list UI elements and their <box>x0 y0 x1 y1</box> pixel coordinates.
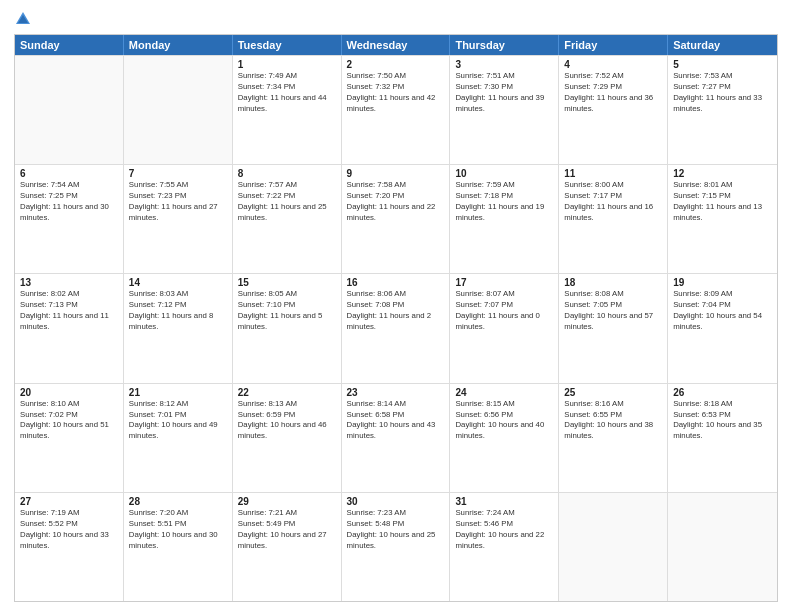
day-number: 12 <box>673 168 772 179</box>
day-number: 25 <box>564 387 662 398</box>
day-detail: Sunrise: 8:08 AM Sunset: 7:05 PM Dayligh… <box>564 289 662 333</box>
cal-cell: 10Sunrise: 7:59 AM Sunset: 7:18 PM Dayli… <box>450 165 559 273</box>
day-detail: Sunrise: 7:24 AM Sunset: 5:46 PM Dayligh… <box>455 508 553 552</box>
day-detail: Sunrise: 8:01 AM Sunset: 7:15 PM Dayligh… <box>673 180 772 224</box>
day-detail: Sunrise: 7:51 AM Sunset: 7:30 PM Dayligh… <box>455 71 553 115</box>
cal-cell: 15Sunrise: 8:05 AM Sunset: 7:10 PM Dayli… <box>233 274 342 382</box>
day-number: 19 <box>673 277 772 288</box>
cal-row-2: 13Sunrise: 8:02 AM Sunset: 7:13 PM Dayli… <box>15 273 777 382</box>
day-detail: Sunrise: 8:02 AM Sunset: 7:13 PM Dayligh… <box>20 289 118 333</box>
day-detail: Sunrise: 7:52 AM Sunset: 7:29 PM Dayligh… <box>564 71 662 115</box>
logo <box>14 10 34 28</box>
cal-cell: 6Sunrise: 7:54 AM Sunset: 7:25 PM Daylig… <box>15 165 124 273</box>
cal-cell: 19Sunrise: 8:09 AM Sunset: 7:04 PM Dayli… <box>668 274 777 382</box>
cal-cell: 17Sunrise: 8:07 AM Sunset: 7:07 PM Dayli… <box>450 274 559 382</box>
day-number: 20 <box>20 387 118 398</box>
day-detail: Sunrise: 7:53 AM Sunset: 7:27 PM Dayligh… <box>673 71 772 115</box>
cal-cell: 13Sunrise: 8:02 AM Sunset: 7:13 PM Dayli… <box>15 274 124 382</box>
day-number: 18 <box>564 277 662 288</box>
cal-row-1: 6Sunrise: 7:54 AM Sunset: 7:25 PM Daylig… <box>15 164 777 273</box>
cal-cell: 21Sunrise: 8:12 AM Sunset: 7:01 PM Dayli… <box>124 384 233 492</box>
day-detail: Sunrise: 8:06 AM Sunset: 7:08 PM Dayligh… <box>347 289 445 333</box>
day-number: 28 <box>129 496 227 507</box>
cal-cell: 22Sunrise: 8:13 AM Sunset: 6:59 PM Dayli… <box>233 384 342 492</box>
day-detail: Sunrise: 8:09 AM Sunset: 7:04 PM Dayligh… <box>673 289 772 333</box>
cal-cell: 16Sunrise: 8:06 AM Sunset: 7:08 PM Dayli… <box>342 274 451 382</box>
header-monday: Monday <box>124 35 233 55</box>
day-detail: Sunrise: 8:05 AM Sunset: 7:10 PM Dayligh… <box>238 289 336 333</box>
day-detail: Sunrise: 7:49 AM Sunset: 7:34 PM Dayligh… <box>238 71 336 115</box>
cal-cell <box>559 493 668 601</box>
header-tuesday: Tuesday <box>233 35 342 55</box>
cal-cell: 11Sunrise: 8:00 AM Sunset: 7:17 PM Dayli… <box>559 165 668 273</box>
header-thursday: Thursday <box>450 35 559 55</box>
day-number: 23 <box>347 387 445 398</box>
header-friday: Friday <box>559 35 668 55</box>
day-detail: Sunrise: 7:20 AM Sunset: 5:51 PM Dayligh… <box>129 508 227 552</box>
day-number: 26 <box>673 387 772 398</box>
cal-cell: 18Sunrise: 8:08 AM Sunset: 7:05 PM Dayli… <box>559 274 668 382</box>
cal-cell: 1Sunrise: 7:49 AM Sunset: 7:34 PM Daylig… <box>233 56 342 164</box>
cal-cell: 7Sunrise: 7:55 AM Sunset: 7:23 PM Daylig… <box>124 165 233 273</box>
header-sunday: Sunday <box>15 35 124 55</box>
day-number: 3 <box>455 59 553 70</box>
day-number: 21 <box>129 387 227 398</box>
day-number: 2 <box>347 59 445 70</box>
day-number: 8 <box>238 168 336 179</box>
day-number: 16 <box>347 277 445 288</box>
calendar-header-row: SundayMondayTuesdayWednesdayThursdayFrid… <box>15 35 777 55</box>
day-number: 14 <box>129 277 227 288</box>
cal-row-0: 1Sunrise: 7:49 AM Sunset: 7:34 PM Daylig… <box>15 55 777 164</box>
day-detail: Sunrise: 8:18 AM Sunset: 6:53 PM Dayligh… <box>673 399 772 443</box>
day-detail: Sunrise: 7:58 AM Sunset: 7:20 PM Dayligh… <box>347 180 445 224</box>
day-detail: Sunrise: 8:10 AM Sunset: 7:02 PM Dayligh… <box>20 399 118 443</box>
day-detail: Sunrise: 7:55 AM Sunset: 7:23 PM Dayligh… <box>129 180 227 224</box>
day-number: 10 <box>455 168 553 179</box>
day-detail: Sunrise: 8:14 AM Sunset: 6:58 PM Dayligh… <box>347 399 445 443</box>
day-detail: Sunrise: 8:03 AM Sunset: 7:12 PM Dayligh… <box>129 289 227 333</box>
cal-cell: 5Sunrise: 7:53 AM Sunset: 7:27 PM Daylig… <box>668 56 777 164</box>
day-number: 22 <box>238 387 336 398</box>
day-detail: Sunrise: 8:13 AM Sunset: 6:59 PM Dayligh… <box>238 399 336 443</box>
day-detail: Sunrise: 7:50 AM Sunset: 7:32 PM Dayligh… <box>347 71 445 115</box>
cal-cell <box>668 493 777 601</box>
day-number: 11 <box>564 168 662 179</box>
logo-icon <box>14 10 32 28</box>
day-number: 7 <box>129 168 227 179</box>
day-detail: Sunrise: 7:54 AM Sunset: 7:25 PM Dayligh… <box>20 180 118 224</box>
cal-cell: 23Sunrise: 8:14 AM Sunset: 6:58 PM Dayli… <box>342 384 451 492</box>
cal-cell: 3Sunrise: 7:51 AM Sunset: 7:30 PM Daylig… <box>450 56 559 164</box>
header-saturday: Saturday <box>668 35 777 55</box>
day-number: 31 <box>455 496 553 507</box>
day-detail: Sunrise: 8:12 AM Sunset: 7:01 PM Dayligh… <box>129 399 227 443</box>
cal-cell: 30Sunrise: 7:23 AM Sunset: 5:48 PM Dayli… <box>342 493 451 601</box>
cal-cell: 20Sunrise: 8:10 AM Sunset: 7:02 PM Dayli… <box>15 384 124 492</box>
day-detail: Sunrise: 7:19 AM Sunset: 5:52 PM Dayligh… <box>20 508 118 552</box>
cal-cell: 8Sunrise: 7:57 AM Sunset: 7:22 PM Daylig… <box>233 165 342 273</box>
cal-cell <box>124 56 233 164</box>
day-detail: Sunrise: 7:21 AM Sunset: 5:49 PM Dayligh… <box>238 508 336 552</box>
calendar: SundayMondayTuesdayWednesdayThursdayFrid… <box>14 34 778 602</box>
day-detail: Sunrise: 7:23 AM Sunset: 5:48 PM Dayligh… <box>347 508 445 552</box>
day-detail: Sunrise: 8:15 AM Sunset: 6:56 PM Dayligh… <box>455 399 553 443</box>
cal-cell: 29Sunrise: 7:21 AM Sunset: 5:49 PM Dayli… <box>233 493 342 601</box>
page: SundayMondayTuesdayWednesdayThursdayFrid… <box>0 0 792 612</box>
day-detail: Sunrise: 7:57 AM Sunset: 7:22 PM Dayligh… <box>238 180 336 224</box>
day-number: 29 <box>238 496 336 507</box>
cal-cell: 12Sunrise: 8:01 AM Sunset: 7:15 PM Dayli… <box>668 165 777 273</box>
cal-cell: 9Sunrise: 7:58 AM Sunset: 7:20 PM Daylig… <box>342 165 451 273</box>
cal-cell: 27Sunrise: 7:19 AM Sunset: 5:52 PM Dayli… <box>15 493 124 601</box>
day-detail: Sunrise: 8:16 AM Sunset: 6:55 PM Dayligh… <box>564 399 662 443</box>
day-number: 30 <box>347 496 445 507</box>
calendar-body: 1Sunrise: 7:49 AM Sunset: 7:34 PM Daylig… <box>15 55 777 601</box>
cal-cell: 25Sunrise: 8:16 AM Sunset: 6:55 PM Dayli… <box>559 384 668 492</box>
cal-cell: 14Sunrise: 8:03 AM Sunset: 7:12 PM Dayli… <box>124 274 233 382</box>
cal-cell <box>15 56 124 164</box>
day-number: 17 <box>455 277 553 288</box>
day-number: 15 <box>238 277 336 288</box>
cal-cell: 4Sunrise: 7:52 AM Sunset: 7:29 PM Daylig… <box>559 56 668 164</box>
cal-cell: 28Sunrise: 7:20 AM Sunset: 5:51 PM Dayli… <box>124 493 233 601</box>
day-number: 1 <box>238 59 336 70</box>
cal-cell: 24Sunrise: 8:15 AM Sunset: 6:56 PM Dayli… <box>450 384 559 492</box>
header-wednesday: Wednesday <box>342 35 451 55</box>
